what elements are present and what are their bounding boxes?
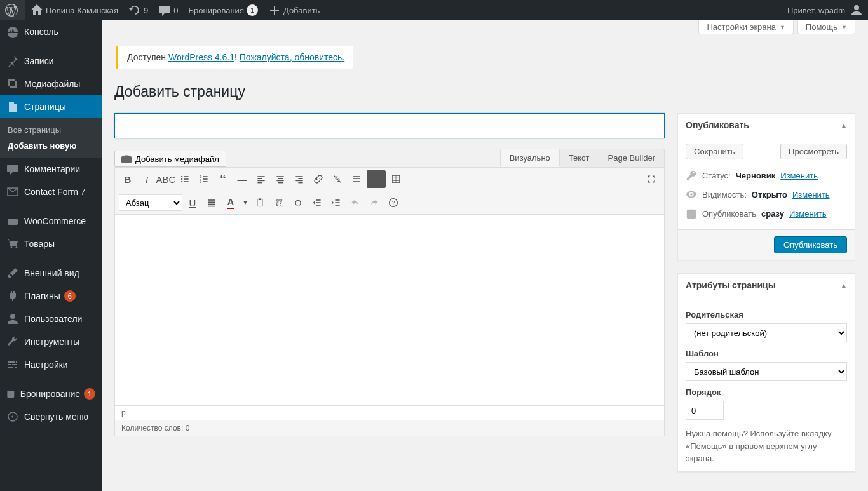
admin-toolbar: Полина Каминская 9 0 Бронирования1 Добав… — [0, 0, 868, 20]
link-button[interactable] — [309, 170, 327, 188]
indent-button[interactable] — [327, 194, 345, 212]
align-right-button[interactable] — [290, 170, 308, 188]
chevron-up-icon: ▲ — [841, 122, 847, 129]
svg-text:?: ? — [392, 199, 395, 206]
strike-button[interactable]: ABC — [157, 170, 175, 188]
help-tab[interactable]: Помощь▼ — [797, 20, 855, 34]
outdent-button[interactable] — [308, 194, 326, 212]
align-center-button[interactable] — [271, 170, 289, 188]
italic-button[interactable]: I — [138, 170, 156, 188]
publish-metabox-header[interactable]: Опубликовать▲ — [678, 114, 855, 137]
calendar-icon — [686, 208, 697, 219]
menu-booking[interactable]: Бронирование1 — [0, 382, 102, 405]
menu-tools[interactable]: Инструменты — [0, 330, 102, 353]
editor-path: p — [115, 405, 664, 420]
save-draft-button[interactable]: Сохранить — [686, 144, 743, 159]
svg-rect-5 — [184, 178, 188, 180]
menu-posts[interactable]: Записи — [0, 50, 102, 72]
account-link[interactable]: Привет, wpadm — [782, 0, 868, 20]
tab-visual[interactable]: Визуально — [500, 149, 560, 167]
svg-rect-43 — [257, 199, 262, 206]
svg-rect-25 — [298, 182, 302, 184]
template-select[interactable]: Базовый шаблон — [686, 362, 847, 381]
collapse-icon — [6, 410, 19, 423]
menu-woocommerce[interactable]: WooCommerce — [0, 210, 102, 232]
parent-select[interactable]: (нет родительской) — [686, 323, 847, 342]
user-icon — [6, 313, 19, 325]
svg-rect-7 — [184, 181, 188, 182]
paste-text-button[interactable] — [251, 194, 269, 212]
order-input[interactable] — [686, 401, 724, 420]
redo-button[interactable] — [365, 194, 383, 212]
blockquote-button[interactable]: “ — [214, 170, 232, 188]
page-title: Добавить страницу — [114, 83, 855, 100]
hr-button[interactable]: — — [233, 170, 251, 188]
number-list-button[interactable]: 123 — [195, 170, 213, 188]
svg-rect-49 — [335, 202, 339, 203]
visibility-row: Видимость: Открыто Изменить — [686, 185, 847, 204]
justify-button[interactable] — [203, 194, 220, 212]
menu-collapse[interactable]: Свернуть меню — [0, 405, 102, 428]
publish-button[interactable]: Опубликовать — [774, 236, 847, 253]
menu-products[interactable]: Товары — [0, 232, 102, 255]
page-title-input[interactable] — [114, 113, 665, 138]
unlink-button[interactable] — [329, 170, 346, 188]
updates-link[interactable]: 9 — [123, 0, 153, 20]
chevron-down-icon: ▼ — [841, 24, 847, 30]
toolbar-toggle-button[interactable] — [367, 170, 386, 188]
menu-media[interactable]: Медиафайлы — [0, 72, 102, 95]
screen-options-tab[interactable]: Настройки экрана▼ — [698, 20, 793, 34]
menu-users[interactable]: Пользователи — [0, 307, 102, 330]
word-count: Количество слов: 0 — [115, 420, 664, 436]
attributes-metabox-header[interactable]: Атрибуты страницы▲ — [678, 274, 855, 297]
svg-rect-45 — [316, 199, 320, 201]
svg-rect-39 — [208, 199, 215, 201]
home-icon — [31, 4, 43, 17]
bookings-badge: 1 — [247, 4, 258, 16]
refresh-icon — [128, 4, 141, 17]
menu-dashboard[interactable]: Консоль — [0, 20, 102, 43]
svg-rect-34 — [377, 180, 379, 182]
special-char-button[interactable]: Ω — [289, 194, 307, 212]
undo-button[interactable] — [346, 194, 364, 212]
chevron-up-icon: ▲ — [841, 282, 847, 289]
edit-schedule-link[interactable]: Изменить — [789, 209, 827, 219]
add-media-button[interactable]: Добавить медиафайл — [114, 151, 226, 167]
comments-link[interactable]: 0 — [153, 0, 183, 20]
edit-status-link[interactable]: Изменить — [780, 171, 818, 180]
bookings-link[interactable]: Бронирования1 — [184, 0, 263, 20]
preview-button[interactable]: Просмотреть — [780, 144, 847, 159]
menu-pages[interactable]: Страницы — [0, 95, 102, 118]
add-new-link[interactable]: Добавить — [263, 0, 325, 20]
wp-logo[interactable] — [0, 0, 25, 20]
help-button[interactable]: ? — [384, 194, 402, 212]
tab-text[interactable]: Текст — [559, 149, 599, 167]
wp-update-link[interactable]: Пожалуйста, обновитесь. — [240, 52, 344, 62]
submenu-add-page[interactable]: Добавить новую — [0, 138, 102, 154]
menu-appearance[interactable]: Внешний вид — [0, 262, 102, 285]
menu-settings[interactable]: Настройки — [0, 353, 102, 376]
align-left-button[interactable] — [252, 170, 270, 188]
fullscreen-button[interactable] — [642, 170, 660, 188]
more-button[interactable] — [348, 170, 365, 188]
tab-pagebuilder[interactable]: Page Builder — [599, 149, 665, 167]
calendar-icon — [6, 387, 15, 400]
menu-comments[interactable]: Комментарии — [0, 158, 102, 180]
menu-plugins[interactable]: Плагины6 — [0, 285, 102, 307]
format-select[interactable]: Абзац — [119, 194, 182, 211]
table-button[interactable] — [387, 170, 405, 188]
bold-button[interactable]: B — [119, 170, 137, 188]
menu-cf7[interactable]: Contact Form 7 — [0, 180, 102, 203]
text-color-dropdown[interactable]: ▼ — [241, 194, 250, 212]
submenu-all-pages[interactable]: Все страницы — [0, 122, 102, 138]
underline-button[interactable]: U — [184, 194, 201, 212]
editor-tabs: Визуально Текст Page Builder — [501, 149, 665, 167]
wp-version-link[interactable]: WordPress 4.6.1 — [168, 52, 234, 62]
edit-visibility-link[interactable]: Изменить — [792, 190, 830, 199]
editor-content[interactable] — [115, 215, 664, 405]
site-name-link[interactable]: Полина Каминская — [25, 0, 123, 20]
text-color-button[interactable]: A — [222, 194, 240, 212]
plugins-badge: 6 — [64, 290, 76, 302]
clear-format-button[interactable] — [270, 194, 288, 212]
bullet-list-button[interactable] — [176, 170, 194, 188]
